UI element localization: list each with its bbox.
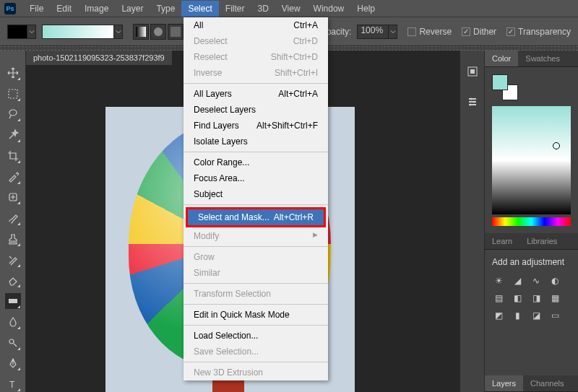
threshold-icon[interactable]: ◪ xyxy=(530,309,543,322)
vibrance-icon[interactable]: ▤ xyxy=(492,292,505,305)
posterize-icon[interactable]: ▮ xyxy=(511,309,524,322)
svg-point-11 xyxy=(470,98,472,100)
gradient-dropdown[interactable] xyxy=(114,25,123,39)
opacity-input[interactable]: 100% xyxy=(357,25,389,39)
lasso-tool[interactable] xyxy=(5,107,21,123)
menu-separator xyxy=(184,204,328,205)
svg-point-1 xyxy=(154,27,163,36)
levels-icon[interactable]: ◢ xyxy=(511,274,524,287)
history-brush-tool[interactable] xyxy=(5,252,21,268)
highlighted-menu-item: Select and Mask...Alt+Ctrl+R xyxy=(186,207,326,227)
menu-item-similar: Similar xyxy=(184,265,328,281)
collapsed-panel-icons xyxy=(460,51,484,392)
color-field[interactable] xyxy=(492,106,571,214)
blur-tool[interactable] xyxy=(5,314,21,330)
gradient-map-icon[interactable]: ▭ xyxy=(548,309,561,322)
marquee-tool[interactable] xyxy=(5,86,21,102)
tab-channels[interactable]: Channels xyxy=(523,375,571,391)
svg-rect-0 xyxy=(136,27,146,37)
menu-type[interactable]: Type xyxy=(150,1,181,17)
menu-separator xyxy=(184,325,328,326)
menu-item-deselect-layers[interactable]: Deselect Layers xyxy=(184,102,328,118)
reverse-checkbox[interactable]: Reverse xyxy=(407,27,452,37)
dodge-tool[interactable] xyxy=(5,335,21,351)
type-tool[interactable]: T xyxy=(5,376,21,392)
menu-separator xyxy=(184,246,328,247)
menu-item-all[interactable]: AllCtrl+A xyxy=(184,17,328,33)
gradient-radial-button[interactable] xyxy=(150,24,166,40)
healing-tool[interactable] xyxy=(5,190,21,206)
menu-help[interactable]: Help xyxy=(350,1,381,17)
menu-item-load-selection[interactable]: Load Selection... xyxy=(184,328,328,344)
properties-panel-icon[interactable] xyxy=(465,94,480,110)
menubar: Ps FileEditImageLayerTypeSelectFilter3DV… xyxy=(0,0,578,17)
menu-item-isolate-layers[interactable]: Isolate Layers xyxy=(184,134,328,149)
stamp-tool[interactable] xyxy=(5,231,21,247)
menu-item-subject[interactable]: Subject xyxy=(184,186,328,202)
svg-point-12 xyxy=(473,101,475,103)
menu-item-all-layers[interactable]: All LayersAlt+Ctrl+A xyxy=(184,86,328,102)
exposure-icon[interactable]: ◐ xyxy=(548,274,561,287)
menu-item-deselect: DeselectCtrl+D xyxy=(184,33,328,49)
svg-point-4 xyxy=(9,110,17,116)
app-logo: Ps xyxy=(4,3,16,14)
menu-item-inverse: InverseShift+Ctrl+I xyxy=(184,65,328,81)
menu-item-modify: Modify▶ xyxy=(184,228,328,244)
select-menu-dropdown: AllCtrl+ADeselectCtrl+DReselectShift+Ctr… xyxy=(184,17,328,380)
menu-item-find-layers[interactable]: Find LayersAlt+Shift+Ctrl+F xyxy=(184,118,328,134)
bw-icon[interactable]: ◨ xyxy=(530,292,543,305)
gradient-preview[interactable] xyxy=(42,25,114,39)
magic-wand-tool[interactable] xyxy=(5,127,21,143)
menu-item-select-and-mask[interactable]: Select and Mask...Alt+Ctrl+R xyxy=(188,209,324,225)
menu-edit[interactable]: Edit xyxy=(50,1,78,17)
gradient-angle-button[interactable] xyxy=(168,24,184,40)
tab-swatches[interactable]: Swatches xyxy=(518,51,567,66)
menu-item-focus-area[interactable]: Focus Area... xyxy=(184,170,328,186)
menu-file[interactable]: File xyxy=(23,1,50,17)
eyedropper-tool[interactable] xyxy=(5,169,21,185)
crop-tool[interactable] xyxy=(5,148,21,164)
brightness-icon[interactable]: ☀ xyxy=(492,274,505,287)
history-panel-icon[interactable] xyxy=(465,64,480,79)
menu-item-color-range[interactable]: Color Range... xyxy=(184,154,328,170)
svg-rect-6 xyxy=(9,299,17,303)
menu-select[interactable]: Select xyxy=(181,1,218,17)
menu-view[interactable]: View xyxy=(275,1,307,17)
invert-icon[interactable]: ◩ xyxy=(492,309,505,322)
transparency-checkbox[interactable]: Transparency xyxy=(506,27,571,37)
dither-checkbox[interactable]: Dither xyxy=(462,27,496,37)
menu-image[interactable]: Image xyxy=(78,1,115,17)
tab-libraries[interactable]: Libraries xyxy=(519,233,564,249)
svg-rect-3 xyxy=(9,90,17,98)
opacity-dropdown[interactable] xyxy=(389,25,397,39)
fg-swatch[interactable] xyxy=(7,25,27,39)
menu-separator xyxy=(184,362,328,362)
document-tab[interactable]: photo-1502119095323-253837f293f9 xyxy=(26,51,172,65)
swatch-dropdown[interactable] xyxy=(27,25,36,39)
move-tool[interactable] xyxy=(5,65,21,81)
hue-strip[interactable] xyxy=(492,217,571,226)
svg-point-13 xyxy=(469,104,471,106)
tab-color[interactable]: Color xyxy=(485,51,518,66)
tab-learn[interactable]: Learn xyxy=(485,233,519,249)
tab-layers[interactable]: Layers xyxy=(485,375,523,391)
menu-window[interactable]: Window xyxy=(307,1,351,17)
adjustments-panel: Add an adjustment ☀ ◢ ∿ ◐ ▤ ◧ ◨ ▦ ◩ ▮ ◪ xyxy=(485,250,578,334)
menu-filter[interactable]: Filter xyxy=(219,1,251,17)
menu-item-save-selection: Save Selection... xyxy=(184,344,328,360)
menu-layer[interactable]: Layer xyxy=(115,1,150,17)
eraser-tool[interactable] xyxy=(5,273,21,289)
pen-tool[interactable] xyxy=(5,356,21,372)
learn-panel-tabs: Learn Libraries xyxy=(485,233,578,250)
photo-filter-icon[interactable]: ▦ xyxy=(548,292,561,305)
color-panel-tabs: Color Swatches xyxy=(485,51,578,67)
hue-icon[interactable]: ◧ xyxy=(511,292,524,305)
curves-icon[interactable]: ∿ xyxy=(530,274,543,287)
menu-separator xyxy=(184,304,328,305)
brush-tool[interactable] xyxy=(5,210,21,226)
gradient-linear-button[interactable] xyxy=(133,24,149,40)
menu-3d[interactable]: 3D xyxy=(251,1,275,17)
gradient-tool[interactable] xyxy=(5,293,21,309)
menu-item-edit-in-quick-mask-mode[interactable]: Edit in Quick Mask Mode xyxy=(184,307,328,323)
fg-bg-swatches[interactable] xyxy=(492,74,518,100)
